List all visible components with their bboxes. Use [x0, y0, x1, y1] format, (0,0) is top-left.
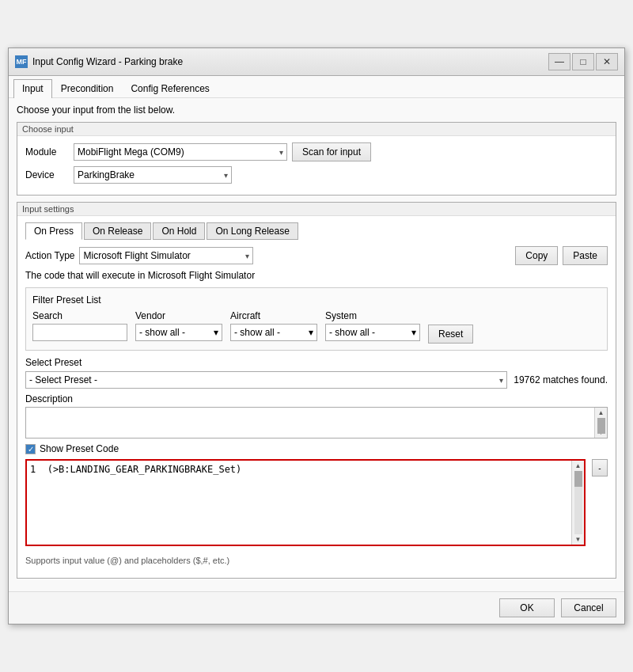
input-setting-tabs: On Press On Release On Hold On Long Rele…	[25, 222, 608, 240]
code-scrollbar[interactable]: ▲ ▼	[571, 461, 584, 545]
content-area: Choose your input from the list below. C…	[9, 98, 624, 591]
tab-input[interactable]: Input	[13, 79, 52, 98]
code-area-container: ▲ ▼ -	[25, 459, 608, 551]
vendor-label: Vendor	[135, 310, 222, 321]
select-preset-area: Select Preset - Select Preset - ▾ 19762 …	[25, 357, 608, 565]
page-subtitle: Choose your input from the list below.	[17, 104, 616, 116]
tab-on-release[interactable]: On Release	[84, 222, 151, 240]
device-label: Device	[25, 169, 69, 180]
show-preset-code-row: ✓ Show Preset Code	[25, 443, 608, 454]
description-scrollbar[interactable]: ▲ ▼	[594, 408, 607, 438]
aircraft-col: Aircraft - show all - ▾	[230, 310, 317, 341]
cancel-button[interactable]: Cancel	[561, 598, 616, 617]
window-title: Input Config Wizard - Parking brake	[32, 56, 183, 67]
show-preset-code-label: Show Preset Code	[40, 443, 119, 454]
module-combo-arrow: ▾	[276, 148, 283, 157]
minus-button[interactable]: -	[592, 459, 608, 476]
tab-on-press[interactable]: On Press	[25, 222, 82, 240]
title-bar-left: MF Input Config Wizard - Parking brake	[15, 55, 183, 68]
input-settings-section: Input settings On Press On Release On Ho…	[17, 202, 616, 579]
tab-on-long-release[interactable]: On Long Release	[207, 222, 298, 240]
input-settings-label: Input settings	[17, 203, 616, 216]
description-label: Description	[25, 393, 608, 404]
search-col: Search	[32, 310, 127, 341]
matches-count: 19762 matches found.	[514, 374, 608, 385]
system-label: System	[325, 310, 420, 321]
filter-row: Search Vendor - show all - ▾ Aircraft	[32, 310, 601, 344]
supports-text: Supports input value (@) and placeholder…	[25, 556, 608, 565]
vendor-combo[interactable]: - show all - ▾	[135, 324, 222, 341]
copy-button[interactable]: Copy	[515, 246, 558, 265]
device-combo[interactable]: ParkingBrake ▾	[74, 166, 232, 184]
filter-preset-title: Filter Preset List	[32, 294, 601, 306]
action-type-combo[interactable]: Microsoft Flight Simulator ▾	[79, 247, 253, 264]
system-combo[interactable]: - show all - ▾	[325, 324, 420, 341]
module-label: Module	[25, 146, 69, 158]
device-combo-arrow: ▾	[221, 171, 228, 180]
select-preset-label: Select Preset	[25, 357, 608, 368]
scroll-thumb	[597, 418, 605, 434]
system-col: System - show all - ▾	[325, 310, 420, 341]
scan-input-button[interactable]: Scan for input	[292, 142, 371, 161]
preset-arrow: ▾	[496, 376, 503, 385]
title-bar: MF Input Config Wizard - Parking brake —…	[9, 48, 624, 76]
scroll-up-arrow[interactable]: ▲	[598, 409, 605, 416]
system-arrow: ▾	[411, 327, 416, 338]
search-input[interactable]	[32, 324, 127, 341]
input-settings-content: On Press On Release On Hold On Long Rele…	[17, 216, 616, 578]
code-scroll-down[interactable]: ▼	[575, 536, 582, 543]
preset-row: - Select Preset - ▾ 19762 matches found.	[25, 371, 608, 389]
vendor-arrow: ▾	[214, 327, 218, 338]
filter-preset-box: Filter Preset List Search Vendor - show …	[25, 287, 608, 351]
module-row: Module MobiFlight Mega (COM9) ▾ Scan for…	[25, 142, 608, 161]
tab-config-references[interactable]: Config References	[122, 79, 218, 97]
aircraft-arrow: ▾	[309, 327, 313, 338]
aircraft-combo[interactable]: - show all - ▾	[230, 324, 317, 341]
choose-input-section: Choose input Module MobiFlight Mega (COM…	[17, 122, 616, 196]
choose-input-label: Choose input	[17, 123, 616, 136]
reset-col: Reset	[428, 310, 473, 344]
ok-button[interactable]: OK	[499, 598, 555, 617]
minimize-button[interactable]: —	[548, 53, 570, 70]
vendor-col: Vendor - show all - ▾	[135, 310, 222, 341]
preset-combo[interactable]: - Select Preset - ▾	[25, 371, 507, 389]
main-window: MF Input Config Wizard - Parking brake —…	[8, 47, 625, 625]
code-textarea[interactable]	[27, 461, 571, 545]
description-box: ▲ ▼	[25, 407, 608, 439]
show-preset-code-checkbox[interactable]: ✓	[25, 444, 36, 454]
action-type-row: Action Type Microsoft Flight Simulator ▾…	[25, 246, 608, 265]
code-area-wrapper: ▲ ▼	[25, 459, 586, 546]
search-label: Search	[32, 310, 127, 321]
module-combo[interactable]: MobiFlight Mega (COM9) ▾	[74, 143, 287, 161]
bottom-bar: OK Cancel	[9, 591, 624, 624]
description-text-area	[26, 408, 594, 438]
close-button[interactable]: ✕	[596, 53, 618, 70]
tab-precondition[interactable]: Precondition	[52, 79, 123, 97]
code-description: The code that will execute in Microsoft …	[25, 270, 608, 281]
code-scroll-up[interactable]: ▲	[575, 462, 582, 469]
app-icon: MF	[15, 55, 28, 68]
maximize-button[interactable]: □	[572, 53, 594, 70]
choose-input-content: Module MobiFlight Mega (COM9) ▾ Scan for…	[17, 136, 616, 195]
code-scroll-track	[574, 471, 582, 534]
menu-bar: Input Precondition Config References	[9, 76, 624, 98]
scroll-track	[597, 418, 605, 427]
title-buttons: — □ ✕	[548, 53, 618, 70]
tab-on-hold[interactable]: On Hold	[153, 222, 205, 240]
action-type-label: Action Type	[25, 250, 74, 261]
action-type-arrow: ▾	[242, 252, 249, 260]
device-row: Device ParkingBrake ▾	[25, 166, 608, 184]
paste-button[interactable]: Paste	[563, 246, 608, 265]
reset-button[interactable]: Reset	[428, 325, 473, 344]
aircraft-label: Aircraft	[230, 310, 317, 321]
checkbox-check-mark: ✓	[28, 445, 34, 454]
code-scroll-thumb	[574, 471, 582, 487]
